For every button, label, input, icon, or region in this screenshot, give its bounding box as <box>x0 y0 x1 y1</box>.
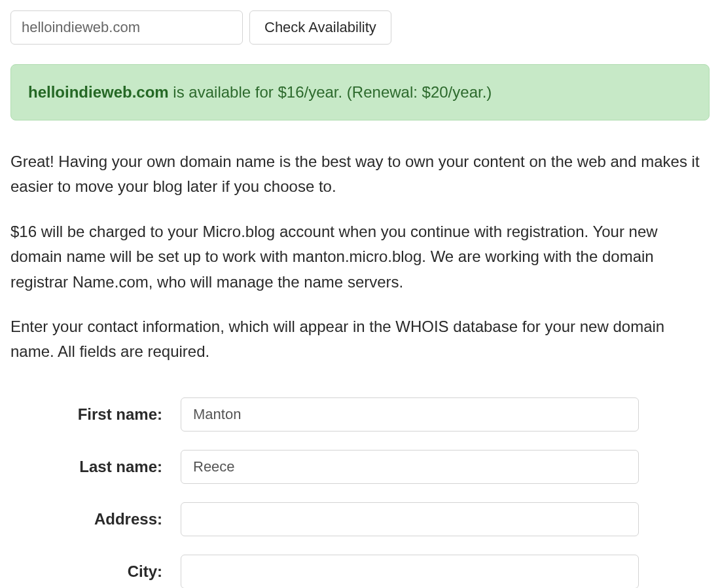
intro-paragraph-1: Great! Having your own domain name is th… <box>10 149 710 200</box>
city-input[interactable] <box>181 555 639 588</box>
city-label: City: <box>30 560 181 583</box>
availability-message: is available for $16/year. (Renewal: $20… <box>169 83 492 101</box>
first-name-input[interactable] <box>181 397 639 432</box>
address-row: Address: <box>30 502 710 536</box>
last-name-input[interactable] <box>181 450 639 484</box>
last-name-label: Last name: <box>30 455 181 479</box>
city-row: City: <box>30 555 710 588</box>
intro-paragraph-3: Enter your contact information, which wi… <box>10 314 710 365</box>
address-label: Address: <box>30 507 181 531</box>
address-input[interactable] <box>181 502 639 536</box>
domain-input[interactable] <box>10 10 243 45</box>
domain-search-row: Check Availability <box>10 10 710 45</box>
availability-domain: helloindieweb.com <box>28 83 169 101</box>
last-name-row: Last name: <box>30 450 710 484</box>
check-availability-button[interactable]: Check Availability <box>249 10 391 45</box>
first-name-row: First name: <box>30 397 710 432</box>
first-name-label: First name: <box>30 403 181 426</box>
contact-form: First name: Last name: Address: City: <box>10 397 710 588</box>
intro-paragraph-2: $16 will be charged to your Micro.blog a… <box>10 219 710 295</box>
availability-banner: helloindieweb.com is available for $16/y… <box>10 64 710 120</box>
